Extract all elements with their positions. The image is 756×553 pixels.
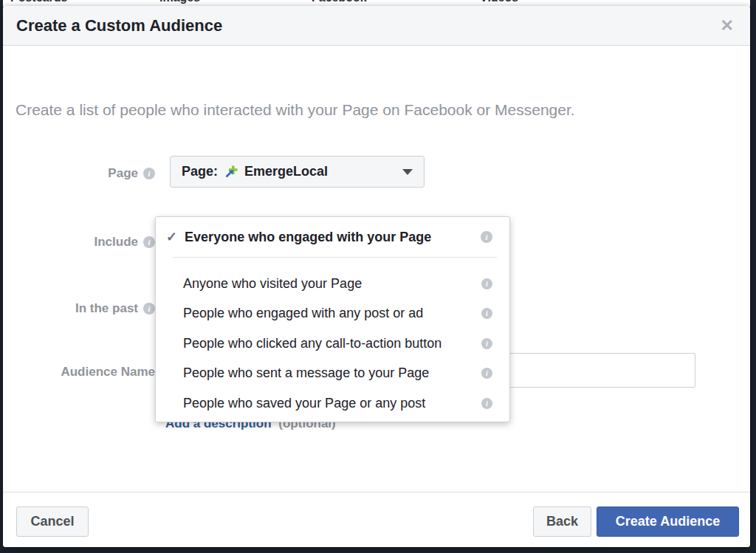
info-icon[interactable]: [481, 368, 492, 379]
background-tab: Images: [159, 0, 200, 4]
screen: PostcardsImagesFacebookVideos Create a C…: [0, 0, 756, 553]
include-option[interactable]: Anyone who visited your Page: [156, 269, 509, 299]
info-icon[interactable]: [481, 278, 492, 289]
include-dropdown-menu: ✓ Everyone who engaged with your Page An…: [155, 216, 510, 422]
info-icon[interactable]: [481, 398, 492, 409]
info-icon[interactable]: [143, 236, 155, 248]
include-option-label: People who clicked any call-to-action bu…: [183, 336, 441, 351]
info-icon[interactable]: [481, 231, 492, 243]
close-icon[interactable]: ✕: [718, 18, 737, 34]
page-select-value: EmergeLocal: [244, 164, 328, 179]
background-tab: Facebook: [312, 0, 367, 4]
modal-footer: Cancel Back Create Audience: [3, 492, 750, 547]
include-option[interactable]: People who saved your Page or any post: [156, 388, 509, 419]
include-option-label: People who sent a message to your Page: [183, 365, 429, 381]
include-options: Anyone who visited your Page People who …: [156, 258, 509, 419]
emergelocal-logo-icon: [224, 165, 238, 179]
audience-name-field-label: Audience Name: [61, 365, 155, 379]
include-option-label: People who engaged with any post or ad: [183, 306, 423, 321]
background-tab: Videos: [480, 0, 518, 4]
page-select-dropdown[interactable]: Page: EmergeLocal: [170, 156, 425, 188]
info-icon[interactable]: [143, 303, 155, 315]
include-option[interactable]: People who sent a message to your Page: [156, 359, 509, 389]
include-label-text: Include: [94, 235, 138, 250]
back-button[interactable]: Back: [533, 506, 591, 537]
include-option[interactable]: People who clicked any call-to-action bu…: [156, 329, 509, 359]
include-option-label: Everyone who engaged with your Page: [185, 230, 431, 245]
in-the-past-field-label: In the past: [75, 301, 155, 316]
page-label-text: Page: [108, 166, 138, 181]
background-tab: Postcards: [10, 0, 67, 4]
create-custom-audience-modal: Create a Custom Audience ✕ Create a list…: [3, 6, 750, 547]
create-audience-button[interactable]: Create Audience: [597, 506, 739, 537]
page-field-label: Page: [108, 166, 155, 181]
in-the-past-label-text: In the past: [75, 301, 138, 316]
checkmark-icon: ✓: [166, 229, 177, 245]
include-option[interactable]: People who engaged with any post or ad: [156, 299, 509, 329]
page-select-prefix: Page:: [182, 164, 218, 179]
modal-header: Create a Custom Audience ✕: [3, 6, 750, 46]
include-option-label: People who saved your Page or any post: [183, 396, 425, 411]
info-icon[interactable]: [481, 338, 492, 349]
modal-title: Create a Custom Audience: [16, 16, 222, 35]
chevron-down-icon: [402, 169, 413, 175]
include-field-label: Include: [94, 235, 155, 250]
include-option-selected[interactable]: ✓ Everyone who engaged with your Page: [156, 217, 509, 257]
info-icon[interactable]: [481, 308, 492, 319]
modal-description: Create a list of people who interacted w…: [16, 101, 575, 119]
include-option-label: Anyone who visited your Page: [183, 276, 362, 292]
cancel-button[interactable]: Cancel: [16, 506, 89, 537]
info-icon[interactable]: [143, 168, 155, 179]
audience-name-label-text: Audience Name: [61, 365, 155, 379]
